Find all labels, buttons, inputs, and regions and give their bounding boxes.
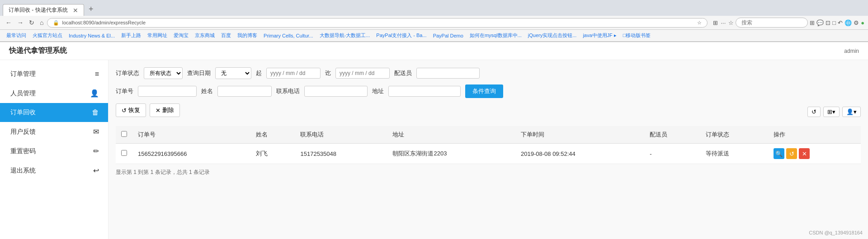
bookmark-item-10[interactable]: 大数据导航-大数据工... — [317, 31, 373, 40]
bookmark-item-6[interactable]: 京东商城 — [192, 31, 217, 40]
sidebar-item-1[interactable]: 人员管理👤 — [0, 84, 108, 103]
url-text: localhost:8090/admin/expressRecycle — [62, 20, 694, 25]
table-header-row: 订单号 姓名 联系电话 地址 下单时间 配送员 订单状态 操作 — [116, 126, 861, 144]
order-status-select[interactable]: 所有状态 — [144, 67, 183, 79]
phone-input[interactable] — [304, 86, 368, 97]
watermark: CSDN @q_1394918164 — [809, 230, 863, 235]
sidebar-label-1: 人员管理 — [10, 89, 36, 98]
query-date-select[interactable]: 无 — [215, 67, 251, 79]
filter-row-2: 订单号 姓名 联系电话 地址 条件查询 — [116, 84, 861, 98]
end-date-input[interactable] — [335, 68, 390, 79]
browser-icon-4: □ — [832, 19, 836, 26]
sidebar-icon-4: ✏ — [93, 147, 99, 155]
restore-icon: ↺ — [122, 107, 127, 114]
columns-button[interactable]: ⊞▾ — [823, 107, 840, 117]
bookmark-item-15[interactable]: java中使用JF ▸ — [580, 31, 619, 40]
bookmark-item-8[interactable]: 我的博客 — [235, 31, 260, 40]
query-date-label: 查询日期 — [187, 69, 211, 77]
refresh-table-button[interactable]: ↺ — [807, 107, 821, 117]
sidebar-item-4[interactable]: 重置密码✏ — [0, 141, 108, 161]
col-order-no: 订单号 — [132, 126, 250, 144]
bookmark-item-3[interactable]: 新手上路 — [118, 31, 144, 40]
app-title: 快递代拿管理系统 — [9, 46, 67, 56]
sidebar-icon-3: ✉ — [93, 127, 99, 136]
cell-phone-0: 15172535048 — [295, 144, 387, 164]
sidebar-item-3[interactable]: 用户反馈✉ — [0, 122, 108, 141]
bookmark-item-7[interactable]: 百度 — [218, 31, 234, 40]
col-phone: 联系电话 — [295, 126, 387, 144]
delete-button[interactable]: ✕ 删除 — [150, 103, 180, 117]
bookmark-item-13[interactable]: 如何在mysql数据库中... — [467, 31, 524, 40]
remove-button-0[interactable]: ✕ — [799, 148, 810, 159]
col-name: 姓名 — [250, 126, 295, 144]
order-status-label: 订单状态 — [116, 69, 139, 77]
bookmark-item-4[interactable]: 常用网址 — [145, 31, 170, 40]
search-input[interactable] — [736, 18, 808, 28]
bookmark-item-11[interactable]: PayPal支付接入 - Ba... — [373, 31, 429, 40]
bookmark-item-2[interactable]: Industry News & El... — [66, 32, 118, 39]
browser-icon-7: ⚙ — [854, 19, 859, 26]
bookmark-item-5[interactable]: 爱淘宝 — [171, 31, 191, 40]
orders-table: 订单号 姓名 联系电话 地址 下单时间 配送员 订单状态 操作 15652291… — [116, 126, 861, 164]
menu-icon: ··· — [721, 19, 726, 26]
search-button[interactable]: 条件查询 — [465, 84, 503, 98]
sidebar-label-3: 用户反馈 — [10, 128, 36, 136]
browser-tab[interactable]: 订单回收 - 快递代拿系统 ✕ — [3, 4, 84, 16]
col-order-time: 下单时间 — [515, 126, 644, 144]
pagination-info: 显示第 1 到第 1 条记录，总共 1 条记录 — [116, 169, 861, 176]
col-address: 地址 — [387, 126, 515, 144]
export-button[interactable]: 👤▾ — [842, 107, 861, 117]
sidebar-item-0[interactable]: 订单管理≡ — [0, 65, 108, 84]
browser-icon-1: ⊞ — [810, 19, 815, 26]
back-button[interactable]: ← — [4, 18, 14, 27]
name-label: 姓名 — [201, 87, 213, 95]
cell-status-0: 等待派送 — [700, 144, 768, 164]
forward-button[interactable]: → — [15, 18, 25, 27]
cell-order-no-0: 156522916395666 — [132, 144, 250, 164]
app-header: 快递代拿管理系统 admin — [0, 42, 868, 60]
lock-icon: 🔒 — [53, 20, 59, 26]
cell-actions-0: 🔍 ↺ ✕ — [768, 144, 861, 164]
sidebar-icon-0: ≡ — [95, 70, 99, 78]
sidebar-label-5: 退出系统 — [10, 167, 36, 175]
edit-button-0[interactable]: ↺ — [786, 148, 797, 159]
name-input[interactable] — [217, 86, 272, 97]
bookmark-item-12[interactable]: PayPal Demo — [430, 32, 466, 39]
bookmark-item-14[interactable]: jQuery实现点击按钮... — [525, 31, 580, 40]
browser-icon-3: ⊡ — [826, 19, 830, 26]
filter-row-1: 订单状态 所有状态 查询日期 无 起 讫 配送员 — [116, 67, 861, 79]
phone-label: 联系电话 — [276, 87, 300, 95]
view-button-0[interactable]: 🔍 — [774, 148, 784, 159]
bookmark-item-0[interactable]: 最常访问 — [4, 31, 29, 40]
select-all-checkbox[interactable] — [121, 131, 127, 137]
address-input[interactable] — [388, 86, 461, 97]
order-no-input[interactable] — [138, 86, 197, 97]
sidebar-item-2[interactable]: 订单回收🗑 — [0, 103, 108, 122]
tab-close-button[interactable]: ✕ — [73, 7, 78, 14]
browser-icon-2: 💬 — [816, 19, 824, 26]
cell-courier-0: - — [644, 144, 700, 164]
main-content: 订单状态 所有状态 查询日期 无 起 讫 配送员 订单号 姓名 — [108, 60, 868, 239]
row-checkbox-0[interactable] — [121, 150, 127, 156]
restore-button[interactable]: ↺ 恢复 — [116, 103, 146, 117]
col-courier: 配送员 — [644, 126, 700, 144]
table-row: 156522916395666 刘飞 15172535048 朝阳区东湖街道22… — [116, 144, 861, 164]
sidebar-icon-5: ↩ — [93, 166, 99, 175]
courier-input[interactable] — [416, 68, 480, 79]
bookmark-item-9[interactable]: Primary Cells, Cultur... — [261, 32, 316, 39]
home-button[interactable]: ⌂ — [38, 18, 45, 27]
cell-name-0: 刘飞 — [250, 144, 295, 164]
end-label: 讫 — [325, 69, 331, 77]
cell-address-0: 朝阳区东湖街道2203 — [387, 144, 515, 164]
sidebar-icon-1: 👤 — [90, 89, 99, 98]
address-bar[interactable]: 🔒 localhost:8090/admin/expressRecycle ☆ — [47, 18, 708, 28]
tab-title: 订单回收 - 快递代拿系统 — [9, 6, 69, 14]
action-row: ↺ 恢复 ✕ 删除 — [116, 103, 180, 117]
bookmark-item-1[interactable]: 火狐官方站点 — [30, 31, 65, 40]
sidebar-item-5[interactable]: 退出系统↩ — [0, 161, 108, 180]
refresh-button[interactable]: ↻ — [27, 18, 36, 27]
bookmark-item-16[interactable]: □移动版书签 — [620, 31, 654, 40]
start-date-input[interactable] — [266, 68, 321, 79]
new-tab-button[interactable]: + — [84, 3, 98, 16]
browser-icon-6: 🌐 — [844, 19, 852, 26]
